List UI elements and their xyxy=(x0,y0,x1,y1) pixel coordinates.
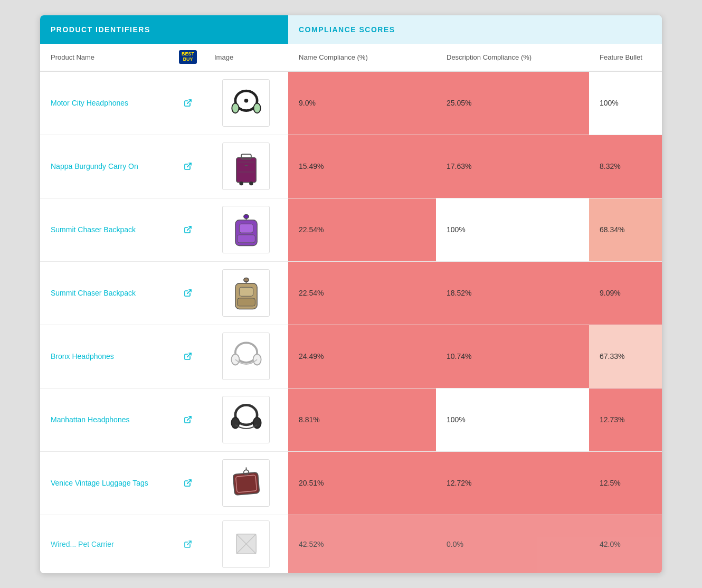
desc-compliance-value: 100% xyxy=(447,225,466,234)
product-image-cell xyxy=(204,137,288,195)
product-image-cell xyxy=(204,74,288,132)
compliance-scores-header: COMPLIANCE SCORES xyxy=(288,15,662,44)
product-name-link[interactable]: Summit Chaser Backpack xyxy=(51,289,136,297)
row-right: 22.54% 100% 68.34% xyxy=(288,198,662,261)
desc-compliance-cell: 100% xyxy=(436,198,589,261)
product-image xyxy=(222,333,270,380)
external-link-icon[interactable] xyxy=(172,479,204,487)
desc-compliance-cell: 100% xyxy=(436,388,589,451)
name-compliance-cell: 24.49% xyxy=(288,325,436,388)
feature-bullet-cell: 12.5% xyxy=(589,452,662,515)
row-right: 24.49% 10.74% 67.33% xyxy=(288,325,662,388)
external-link-icon[interactable] xyxy=(172,99,204,107)
product-name-cell: Manhattan Headphones xyxy=(40,407,172,432)
feature-bullet-value: 8.32% xyxy=(600,162,621,170)
product-image-cell xyxy=(204,264,288,322)
external-link-icon[interactable] xyxy=(172,289,204,297)
external-link-icon[interactable] xyxy=(172,352,204,361)
main-table: PRODUCT IDENTIFIERS COMPLIANCE SCORES Pr… xyxy=(40,15,662,574)
row-right: 9.0% 25.05% 100% xyxy=(288,72,662,135)
product-name-cell: Summit Chaser Backpack xyxy=(40,281,172,305)
desc-compliance-cell: 18.52% xyxy=(436,262,589,325)
desc-compliance-cell: 10.74% xyxy=(436,325,589,388)
svg-line-29 xyxy=(187,416,191,420)
product-name-link[interactable]: Nappa Burgundy Carry On xyxy=(51,162,138,170)
row-left: Venice Vintage Luggage Tags xyxy=(40,452,288,515)
product-image xyxy=(222,79,270,127)
svg-line-0 xyxy=(187,100,191,103)
feature-bullet-cell: 67.33% xyxy=(589,325,662,388)
feature-bullet-cell: 100% xyxy=(589,72,662,135)
svg-rect-21 xyxy=(239,287,253,296)
external-link-icon[interactable] xyxy=(172,540,204,548)
row-left: Manhattan Headphones xyxy=(40,388,288,451)
col-header-name-compliance: Name Compliance (%) xyxy=(288,49,436,65)
svg-rect-18 xyxy=(237,234,255,242)
section-headers: PRODUCT IDENTIFIERS COMPLIANCE SCORES xyxy=(40,15,662,44)
feature-bullet-value: 12.73% xyxy=(600,415,624,424)
product-image xyxy=(222,269,270,317)
name-compliance-value: 24.49% xyxy=(299,352,324,361)
name-compliance-value: 9.0% xyxy=(299,99,316,107)
desc-compliance-value: 12.72% xyxy=(447,479,471,487)
product-name-cell: Wired... Pet Carrier xyxy=(40,532,172,556)
table-row: Venice Vintage Luggage Tags xyxy=(40,452,662,515)
desc-compliance-value: 0.0% xyxy=(447,540,463,548)
svg-point-11 xyxy=(249,181,253,185)
desc-compliance-value: 17.63% xyxy=(447,162,471,170)
svg-point-23 xyxy=(243,278,248,282)
svg-point-10 xyxy=(239,181,243,185)
product-image xyxy=(222,143,270,190)
svg-point-4 xyxy=(244,99,248,103)
external-link-icon[interactable] xyxy=(172,415,204,424)
product-name-link[interactable]: Manhattan Headphones xyxy=(51,415,129,424)
table-row: Manhattan Headphones xyxy=(40,388,662,452)
name-compliance-value: 15.49% xyxy=(299,162,324,170)
svg-line-38 xyxy=(187,541,191,545)
svg-point-2 xyxy=(232,103,239,113)
product-image xyxy=(222,459,270,507)
svg-point-3 xyxy=(253,103,260,113)
product-image xyxy=(222,396,270,443)
svg-rect-9 xyxy=(238,171,254,172)
svg-line-33 xyxy=(187,480,191,483)
name-compliance-cell: 20.51% xyxy=(288,452,436,515)
external-link-icon[interactable] xyxy=(172,162,204,170)
table-row: Wired... Pet Carrier 42.52 xyxy=(40,515,662,573)
row-right: 42.52% 0.0% 42.0% xyxy=(288,515,662,573)
product-name-cell: Venice Vintage Luggage Tags xyxy=(40,471,172,495)
external-link-icon[interactable] xyxy=(172,225,204,234)
product-name-link[interactable]: Motor City Headphones xyxy=(51,99,128,107)
row-left: Nappa Burgundy Carry On xyxy=(40,135,288,198)
name-compliance-cell: 42.52% xyxy=(288,515,436,573)
feature-bullet-cell: 12.73% xyxy=(589,388,662,451)
feature-bullet-cell: 68.34% xyxy=(589,198,662,261)
product-name-link[interactable]: Summit Chaser Backpack xyxy=(51,225,136,234)
desc-compliance-value: 25.05% xyxy=(447,99,471,107)
feature-bullet-value: 12.5% xyxy=(600,479,621,487)
svg-line-5 xyxy=(187,163,191,167)
desc-compliance-value: 18.52% xyxy=(447,289,471,297)
product-name-cell: Nappa Burgundy Carry On xyxy=(40,154,172,178)
product-name-link[interactable]: Venice Vintage Luggage Tags xyxy=(51,479,148,487)
product-name-cell: Summit Chaser Backpack xyxy=(40,217,172,242)
product-image-cell xyxy=(204,327,288,385)
row-right: 22.54% 18.52% 9.09% xyxy=(288,262,662,325)
desc-compliance-cell: 12.72% xyxy=(436,452,589,515)
product-name-link[interactable]: Bronx Headphones xyxy=(51,352,114,361)
svg-rect-24 xyxy=(237,298,255,306)
svg-rect-8 xyxy=(238,162,254,163)
name-compliance-value: 22.54% xyxy=(299,225,324,234)
table-row: Bronx Headphones xyxy=(40,325,662,388)
row-left: Summit Chaser Backpack xyxy=(40,198,288,261)
desc-compliance-cell: 0.0% xyxy=(436,515,589,573)
column-headers: Product Name BEST BUY Image Name Complia… xyxy=(40,44,662,72)
table-row: Motor City Headphones xyxy=(40,72,662,135)
svg-point-17 xyxy=(243,214,248,219)
row-left: Wired... Pet Carrier xyxy=(40,515,288,573)
col-header-feature-bullet: Feature Bullet xyxy=(589,49,662,65)
table-body: Motor City Headphones xyxy=(40,72,662,573)
product-name-link[interactable]: Wired... Pet Carrier xyxy=(51,540,114,548)
product-image-cell xyxy=(204,201,288,259)
col-header-desc-compliance: Description Compliance (%) xyxy=(436,49,589,65)
